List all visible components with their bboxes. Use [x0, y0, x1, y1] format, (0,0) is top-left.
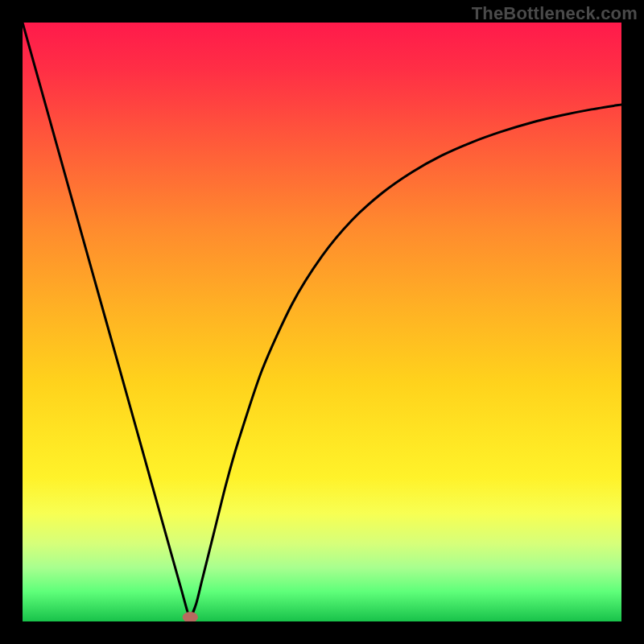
plot-area	[23, 23, 621, 621]
chart-canvas: TheBottleneck.com	[0, 0, 644, 644]
watermark-label: TheBottleneck.com	[472, 3, 638, 24]
